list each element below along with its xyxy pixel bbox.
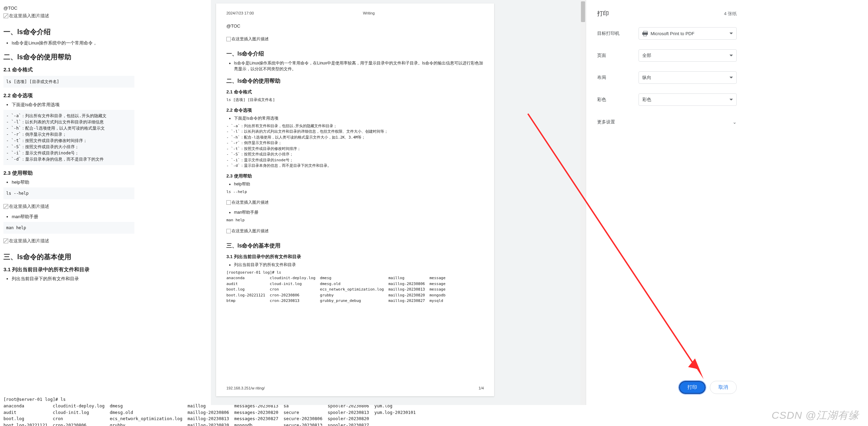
sheet-count: 4 张纸 [724, 11, 737, 17]
chevron-down-icon [729, 77, 733, 79]
broken-image-icon [226, 200, 231, 205]
toc-marker: @TOC [3, 6, 134, 11]
watermark: CSDN @江湖有缘 [772, 408, 859, 423]
preview-code-man: man help [226, 217, 484, 223]
destination-label: 目标打印机 [597, 30, 639, 37]
pages-select[interactable]: 全部 [639, 49, 737, 62]
row-destination: 目标打印机 Microsoft Print to PDF [597, 27, 737, 40]
heading-section-1: 一、ls命令介绍 [3, 27, 134, 37]
broken-image-icon [3, 239, 8, 243]
image-placeholder: 在这里插入图片描述 [3, 203, 49, 210]
more-settings-label: 更多设置 [597, 119, 615, 125]
code-block-man: man help [3, 222, 134, 234]
print-settings-panel: 打印 4 张纸 目标打印机 Microsoft Print to PDF 页面 … [586, 0, 748, 405]
panel-header: 打印 4 张纸 [597, 10, 737, 18]
preview-code-ls-output: [root@server-01 log]# ls anaconda cloudi… [226, 270, 484, 304]
help-item-1: help帮助 [12, 179, 134, 185]
help-item-2: man帮助手册 [12, 214, 134, 220]
preview-footer-page: 1/4 [479, 386, 484, 390]
panel-title: 打印 [597, 10, 609, 18]
broken-image-icon [226, 37, 231, 41]
image-placeholder: 在这里插入图片描述 [226, 228, 269, 234]
preview-footer-url: 192.168.3.251/w riting/ [226, 386, 265, 390]
image-placeholder: 在这里插入图片描述 [3, 238, 49, 244]
heading-3-1: 3.1 列出当前目录中的所有文件和目录 [3, 266, 134, 273]
section-1-item: ls命令是Linux操作系统中的一个常用命令， [12, 40, 134, 46]
image-placeholder: 在这里插入图片描述 [226, 36, 269, 42]
layout-select[interactable]: 纵向 [639, 71, 737, 84]
chevron-down-icon [729, 99, 733, 101]
pages-value: 全部 [642, 52, 651, 59]
more-settings-toggle[interactable]: 更多设置 ⌄ [597, 115, 737, 129]
preview-scrollbar-track[interactable] [580, 0, 586, 405]
print-button[interactable]: 打印 [679, 381, 706, 394]
image-alt: 在这里插入图片描述 [9, 203, 49, 210]
section-3-1-item: 列出当前目录下的所有文件和目录 [12, 276, 134, 282]
destination-select[interactable]: Microsoft Print to PDF [639, 27, 737, 40]
code-block-help: ls --help [3, 187, 134, 199]
color-label: 彩色 [597, 97, 639, 103]
preview-h3-1: 3.1 列出当前目录中的所有文件和目录 [226, 254, 484, 260]
destination-value: Microsoft Print to PDF [651, 31, 694, 36]
image-alt: 在这里插入图片描述 [232, 200, 269, 205]
broken-image-icon [3, 204, 8, 209]
heading-2-2: 2.2 命令选项 [3, 92, 134, 99]
heading-section-2: 二、ls命令的使用帮助 [3, 52, 134, 62]
heading-section-3: 三、ls命令的基本使用 [3, 252, 134, 262]
preview-footer: 192.168.3.251/w riting/ 1/4 [226, 386, 484, 390]
preview-header: 2024/7/23 17:00 Writing [226, 11, 484, 15]
print-preview-page: 2024/7/23 17:00 Writing @TOC 在这里插入图片描述 一… [216, 3, 494, 396]
chevron-down-icon [729, 33, 733, 34]
preview-h1: 一、ls命令介绍 [226, 50, 484, 58]
preview-h1-item: ls命令是Linux操作系统中的一个常用命令，在Linux中是使用率较高，用于显… [234, 60, 484, 72]
preview-toc-marker: @TOC [226, 23, 484, 29]
preview-header-date: 2024/7/23 17:00 [226, 11, 254, 15]
row-pages: 页面 全部 [597, 49, 737, 62]
broken-image-icon [226, 229, 231, 233]
image-placeholder: 在这里插入图片描述 [226, 200, 269, 205]
preview-code-options: - `-a`：列出所有文件和目录，包括以.开头的隐藏文件和目录； - `-l`：… [226, 123, 484, 169]
layout-label: 布局 [597, 74, 639, 81]
heading-2-1: 2.1 命令格式 [3, 67, 134, 73]
preview-h3: 三、ls命令的基本使用 [226, 242, 484, 250]
preview-header-title: Writing [363, 11, 375, 15]
cancel-button[interactable]: 取消 [710, 381, 737, 394]
background-article: @TOC 在这里插入图片描述 一、ls命令介绍 ls命令是Linux操作系统中的… [0, 0, 138, 426]
image-alt: 在这里插入图片描述 [9, 238, 49, 244]
preview-help-item-2: man帮助手册 [234, 210, 484, 215]
image-placeholder: 在这里插入图片描述 [3, 13, 49, 19]
preview-help-item-1: help帮助 [234, 181, 484, 187]
preview-code-format: ls [选项] [目录或文件名] [226, 97, 484, 103]
image-alt: 在这里插入图片描述 [9, 13, 49, 19]
image-alt: 在这里插入图片描述 [232, 36, 269, 42]
broken-image-icon [3, 13, 8, 18]
panel-buttons: 打印 取消 [597, 381, 737, 395]
pages-label: 页面 [597, 52, 639, 59]
preview-h2-3: 2.3 使用帮助 [226, 173, 484, 179]
chevron-down-icon: ⌄ [733, 119, 737, 125]
preview-code-help: ls --help [226, 189, 484, 195]
code-block-format: ls [选项] [目录或文件名] [3, 76, 134, 88]
layout-value: 纵向 [642, 74, 651, 81]
heading-2-3: 2.3 使用帮助 [3, 170, 134, 176]
row-layout: 布局 纵向 [597, 71, 737, 84]
code-block-options: - `-a`：列出所有文件和目录，包括以.开头的隐藏文 - `-l`：以长列表的… [3, 110, 134, 165]
preview-h3-1-item: 列出当前目录下的所有文件和目录 [234, 262, 484, 268]
print-preview-pane: 2024/7/23 17:00 Writing @TOC 在这里插入图片描述 一… [211, 0, 586, 405]
color-value: 彩色 [642, 97, 651, 103]
preview-h2: 二、ls命令的使用帮助 [226, 78, 484, 85]
preview-scrollbar-thumb[interactable] [581, 1, 585, 22]
preview-h2-2: 2.2 命令选项 [226, 107, 484, 113]
image-alt: 在这里插入图片描述 [232, 228, 269, 234]
preview-h2-1: 2.1 命令格式 [226, 89, 484, 95]
printer-icon [642, 31, 648, 36]
row-color: 彩色 彩色 [597, 93, 737, 106]
color-select[interactable]: 彩色 [639, 93, 737, 106]
chevron-down-icon [729, 55, 733, 57]
preview-h2-2-item: 下面是ls命令的常用选项 [234, 115, 484, 121]
section-2-2-item: 下面是ls命令的常用选项 [12, 102, 134, 108]
